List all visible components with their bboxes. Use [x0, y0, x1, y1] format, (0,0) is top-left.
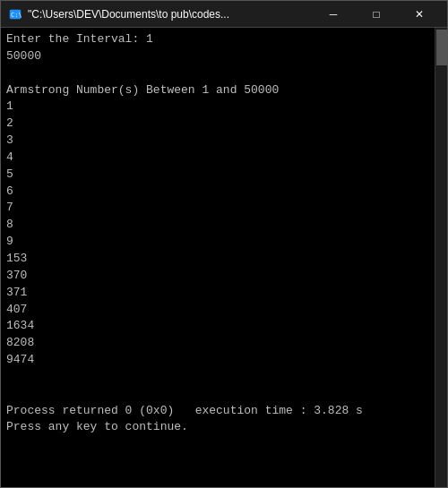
maximize-button[interactable]: □ [356, 1, 397, 28]
title-bar: C:\ "C:\Users\DEV\Documents\to pub\codes… [1, 1, 447, 28]
console-icon: C:\ [8, 7, 22, 21]
svg-text:C:\: C:\ [11, 12, 22, 19]
console-area: Enter the Interval: 1 50000 Armstrong Nu… [1, 28, 447, 487]
minimize-button[interactable]: ─ [313, 1, 354, 28]
console-output: Enter the Interval: 1 50000 Armstrong Nu… [1, 28, 435, 487]
scrollbar-thumb[interactable] [436, 30, 447, 65]
close-button[interactable]: ✕ [399, 1, 440, 28]
window: C:\ "C:\Users\DEV\Documents\to pub\codes… [0, 0, 448, 488]
scrollbar[interactable] [435, 28, 447, 487]
window-title: "C:\Users\DEV\Documents\to pub\codes... [28, 8, 229, 21]
title-bar-left: C:\ "C:\Users\DEV\Documents\to pub\codes… [8, 7, 229, 21]
title-bar-controls: ─ □ ✕ [313, 1, 440, 28]
